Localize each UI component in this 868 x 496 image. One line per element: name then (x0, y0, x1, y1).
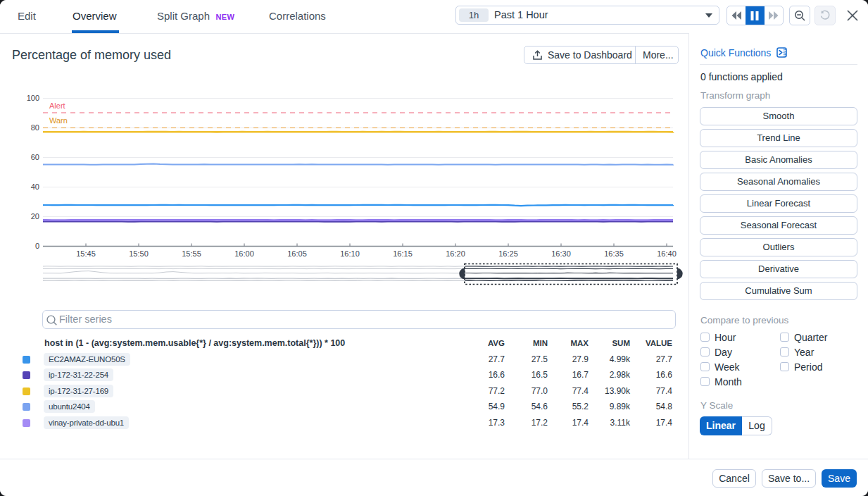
svg-text:16:20: 16:20 (446, 249, 465, 258)
svg-text:20: 20 (31, 212, 39, 221)
svg-text:0: 0 (35, 242, 39, 250)
svg-text:60: 60 (31, 153, 39, 161)
svg-text:16:15: 16:15 (393, 249, 413, 258)
svg-text:100: 100 (27, 94, 39, 102)
svg-text:16:35: 16:35 (604, 249, 624, 258)
svg-text:16:25: 16:25 (498, 249, 518, 258)
svg-text:40: 40 (31, 182, 39, 191)
svg-text:16:10: 16:10 (340, 249, 360, 258)
svg-text:15:50: 15:50 (129, 249, 149, 258)
svg-text:15:45: 15:45 (76, 249, 96, 258)
svg-text:Alert: Alert (49, 101, 65, 110)
svg-text:16:05: 16:05 (287, 249, 307, 258)
svg-text:16:00: 16:00 (234, 249, 254, 258)
svg-text:16:30: 16:30 (551, 249, 571, 258)
svg-text:80: 80 (31, 123, 39, 132)
svg-text:15:55: 15:55 (182, 249, 201, 258)
svg-text:16:40: 16:40 (657, 249, 677, 258)
svg-text:Warn: Warn (49, 116, 68, 125)
